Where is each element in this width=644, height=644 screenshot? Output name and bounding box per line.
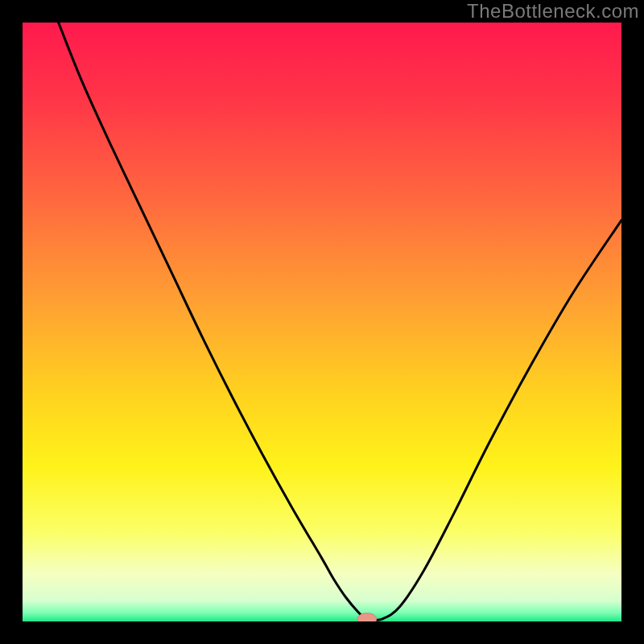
gradient-background: [23, 23, 621, 621]
watermark-text: TheBottleneck.com: [467, 0, 639, 23]
plot-area: [23, 23, 621, 621]
optimum-marker: [357, 613, 377, 621]
bottleneck-chart: [23, 23, 621, 621]
chart-frame: TheBottleneck.com: [0, 0, 644, 644]
